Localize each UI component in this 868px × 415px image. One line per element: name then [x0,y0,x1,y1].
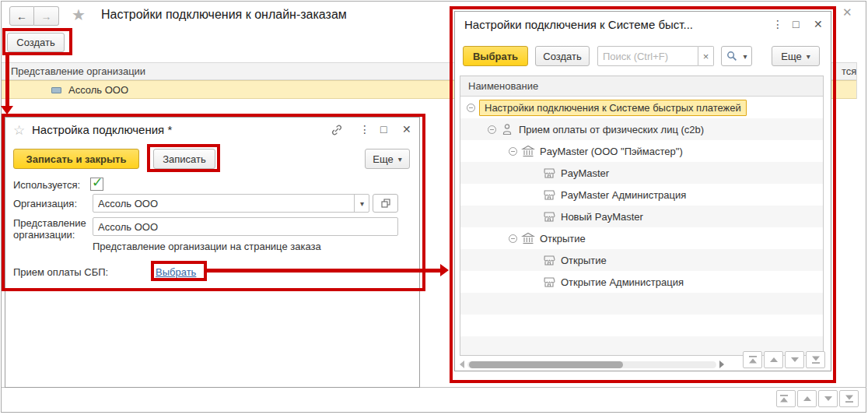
tree-row-label: Настройки подключения к Системе быстрых … [479,100,747,116]
go-down-button[interactable] [818,390,838,407]
nav-first-icon [777,392,791,406]
tree-row-label: Открытие Администрация [561,276,684,288]
nav-down-icon [821,392,835,405]
dialog-maximize-icon[interactable]: □ [380,123,387,135]
shop-icon [542,253,556,267]
annotation-arrowhead-right [440,264,449,276]
go-last-button[interactable] [839,390,859,407]
save-button[interactable]: Записать [153,149,215,169]
nav-up-icon [800,392,814,405]
popup-create-button[interactable]: Создать [535,46,590,66]
scrollbar-track[interactable] [467,361,716,368]
catalog-item-icon [51,87,61,93]
tree-header-label: Наименование [468,80,538,92]
org-open-button[interactable] [373,194,398,213]
popup-close-icon[interactable]: ✕ [814,18,823,30]
horizontal-scrollbar[interactable] [460,359,724,370]
forward-button[interactable]: → [34,6,59,26]
scroll-left-icon[interactable] [460,360,464,368]
save-and-close-label: Записать и закрыть [26,153,127,165]
chevron-down-icon: ▾ [807,52,810,61]
tree-row[interactable]: Новый PayMaster [460,206,823,227]
dialog-titlebar[interactable]: ☆ Настройка подключения * ⋮ □ ✕ [5,118,419,142]
dialog-menu-icon[interactable]: ⋮ [359,123,370,135]
expander-minus-icon[interactable] [509,147,517,156]
popup-go-last-button[interactable] [806,351,825,368]
tree-row[interactable]: Открытие Администрация [460,271,823,293]
column2-header-partial: тся [842,65,856,77]
sbp-select-popup: Настройки подключения к Системе быст... … [454,11,831,371]
nav-first-icon [746,353,760,366]
bank-icon [521,144,535,158]
expander-minus-icon[interactable] [509,234,517,243]
back-button[interactable]: ← [9,6,34,26]
repr-hint: Представление организации на странице за… [93,241,321,252]
popup-maximize-icon[interactable]: □ [793,18,799,30]
tree-row[interactable]: Настройки подключения к Системе быстрых … [460,97,823,118]
tree-row-label: Новый PayMaster [561,211,643,223]
save-label: Записать [163,153,206,165]
tree-row[interactable]: PayMaster [460,162,823,184]
search-options-button[interactable]: ▾ [721,46,752,66]
scrollbar-thumb[interactable] [469,361,623,368]
favorite-star-icon[interactable]: ★ [72,5,86,24]
popup-select-label: Выбрать [473,51,518,62]
create-button[interactable]: Создать [7,33,65,52]
dialog-close-icon[interactable]: ✕ [402,123,411,135]
scroll-right-icon[interactable] [719,360,724,368]
repr-input[interactable] [93,217,398,236]
search-input[interactable] [597,46,698,66]
expander-minus-icon[interactable] [488,125,496,134]
popup-more-button[interactable]: Еще▾ [772,46,820,66]
popup-go-up-button[interactable] [764,351,783,368]
link-chain-icon[interactable] [331,124,343,136]
repr-label: Представление организации: [13,217,91,241]
tree-row-label: PayMaster [561,167,609,179]
popup-more-label: Еще [781,51,801,62]
org-label: Организация: [13,198,77,209]
checkmark-icon: ✓ [92,174,103,191]
clear-icon: × [703,51,709,62]
main-close-icon[interactable]: ✕ [842,5,852,19]
history-nav: ← → [9,6,59,26]
shop-icon [542,275,556,289]
tree-row-label: Открытие [540,233,586,244]
org-input[interactable] [93,194,369,213]
tree-row-label: PayMaster Администрация [561,189,686,201]
dialog-star-icon[interactable]: ☆ [13,122,25,139]
create-button-label: Создать [16,37,54,48]
annotation-arrow-line-horizontal [207,269,440,273]
tree-row[interactable]: Открытие [460,227,823,249]
tree-row[interactable]: PayMaster Администрация [460,184,823,206]
save-and-close-button[interactable]: Записать и закрыть [13,149,139,169]
expander-minus-icon[interactable] [467,104,475,112]
column-divider [856,62,857,99]
sbp-select-link[interactable]: Выбрать [156,266,196,278]
popup-go-down-button[interactable] [785,351,804,368]
table-row-label: Ассоль ООО [68,84,128,96]
popup-go-first-button[interactable] [743,351,762,368]
used-checkbox[interactable]: ✓ [90,178,103,191]
tree-row[interactable]: Прием оплаты от физических лиц (c2b) [460,118,823,140]
search-magnifier-icon [726,50,738,62]
go-up-button[interactable] [797,390,817,407]
bank-icon [521,231,535,245]
open-value-icon [380,197,392,209]
screenshot-root: ← → ★ Настройки подключения к онлайн-зак… [0,0,868,415]
tree-row[interactable]: Открытие [460,249,823,271]
chevron-down-icon: ▾ [743,52,747,61]
tree-row-label: PayMaster (ООО "Пэймастер") [540,146,683,157]
nav-down-icon [788,353,802,366]
popup-menu-icon[interactable]: ⋮ [772,18,783,30]
tree-row-label: Прием оплаты от физических лиц (c2b) [519,124,704,135]
popup-select-button[interactable]: Выбрать [463,46,528,66]
person-icon [500,122,514,136]
search-clear-button[interactable]: × [698,46,714,66]
tree-header[interactable]: Наименование [460,76,823,97]
go-first-button[interactable] [776,390,796,407]
connection-settings-dialog: ☆ Настройка подключения * ⋮ □ ✕ Записать… [5,117,420,388]
dialog-more-button[interactable]: Еще▾ [365,149,410,169]
back-icon: ← [16,10,27,23]
tree-row[interactable]: PayMaster (ООО "Пэймастер") [460,140,823,162]
org-dropdown-icon[interactable]: ▾ [354,194,369,213]
